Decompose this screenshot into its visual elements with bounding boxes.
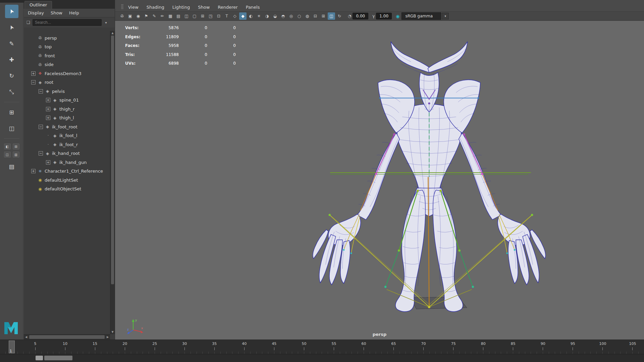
character-model-wireframe[interactable] xyxy=(306,33,555,318)
expander-toggle[interactable] xyxy=(31,45,36,49)
viewport-toolbar-icon[interactable]: ☀ xyxy=(255,12,263,20)
tree-item[interactable]: − ◈ pelvis xyxy=(24,87,110,96)
viewport-toolbar-icon[interactable]: ⚑ xyxy=(143,12,150,20)
viewport-toolbar-icon[interactable]: T xyxy=(223,12,230,20)
tool-button[interactable]: ⊞ xyxy=(5,106,18,119)
viewport-toolbar-icon[interactable]: ▢ xyxy=(191,12,198,20)
outliner-vertical-scrollbar[interactable]: ▲ ▼ xyxy=(110,31,115,334)
layout-shortcut-button[interactable]: ◫ xyxy=(4,152,11,158)
layout-shortcut-button[interactable]: ⊞ xyxy=(13,143,19,149)
expander-toggle[interactable]: + xyxy=(31,169,36,173)
range-bar-handle[interactable] xyxy=(44,356,72,360)
scroll-down-icon[interactable]: ▼ xyxy=(110,330,115,334)
tool-button[interactable]: ⤡ xyxy=(5,85,18,99)
tool-button[interactable]: ✚ xyxy=(5,53,18,66)
viewport-toolbar-icon[interactable]: ◑ xyxy=(263,12,271,20)
layout-shortcut-button[interactable]: ◧ xyxy=(4,143,11,149)
viewport-toolbar-icon[interactable]: ◐ xyxy=(247,12,255,20)
tool-button[interactable]: ◫ xyxy=(5,122,18,135)
viewport-toolbar-icon[interactable]: ▣ xyxy=(126,12,134,20)
menu-view[interactable]: View xyxy=(128,5,139,10)
viewport-toolbar-icon[interactable]: ⊞ xyxy=(199,12,206,20)
layout-shortcut-button[interactable]: ▥ xyxy=(13,152,19,158)
viewport-toolbar-icon[interactable]: ⊟ xyxy=(312,12,319,20)
expander-toggle[interactable]: + xyxy=(46,116,50,120)
expander-toggle[interactable]: + xyxy=(46,107,50,111)
range-slider[interactable] xyxy=(0,354,644,362)
tree-item[interactable]: − ◈ ik_hand_root xyxy=(24,149,110,158)
search-options-chevron-icon[interactable]: ▾ xyxy=(103,21,109,24)
outliner-menu-item[interactable]: Display xyxy=(28,10,44,15)
viewport-toolbar-icon[interactable]: ✇ xyxy=(118,12,126,20)
tree-item[interactable]: ✇ side xyxy=(24,60,110,69)
expander-toggle[interactable] xyxy=(31,54,36,58)
tab-outliner[interactable]: Outliner xyxy=(24,1,52,9)
expander-toggle[interactable]: + xyxy=(31,71,36,76)
viewport-toolbar-icon[interactable]: ↻ xyxy=(336,12,343,20)
scroll-up-icon[interactable]: ▲ xyxy=(110,31,115,35)
menu-renderer[interactable]: Renderer xyxy=(218,5,237,10)
exposure-icon[interactable]: ◔ xyxy=(348,14,351,18)
outliner-menu-item[interactable]: Help xyxy=(69,10,79,15)
menu-panels[interactable]: Panels xyxy=(246,5,260,10)
tree-item[interactable]: ◉ defaultObjectSet xyxy=(24,185,110,194)
expander-toggle[interactable]: · xyxy=(46,142,50,147)
viewport-toolbar-icon[interactable]: ◇ xyxy=(231,12,238,20)
viewport-toolbar-icon[interactable]: ○ xyxy=(296,12,303,20)
color-management-icon[interactable]: ◉ xyxy=(396,14,399,19)
tool-button[interactable]: ✎ xyxy=(5,37,18,50)
viewport-toolbar-icon[interactable]: ⊞ xyxy=(320,12,327,20)
outliner-menu-item[interactable]: Show xyxy=(51,10,62,15)
tree-item[interactable]: ✇ persp xyxy=(24,34,110,43)
expander-toggle[interactable]: − xyxy=(39,125,43,129)
viewport-toolbar-icon[interactable]: ◫ xyxy=(328,12,335,20)
expander-toggle[interactable]: · xyxy=(46,133,50,138)
tree-item[interactable]: + ◈ thigh_l xyxy=(24,114,110,123)
tree-item[interactable]: − ◈ root xyxy=(24,78,110,87)
scroll-left-icon[interactable]: ◀ xyxy=(24,335,29,340)
expander-toggle[interactable]: − xyxy=(31,80,36,84)
tool-button[interactable]: ➤ xyxy=(5,5,18,18)
expander-toggle[interactable]: − xyxy=(39,89,43,94)
tree-item[interactable]: + ◈ spine_01 xyxy=(24,96,110,105)
viewport-toolbar-icon[interactable]: ◫ xyxy=(183,12,190,20)
viewport-toolbar-icon[interactable]: ◍ xyxy=(304,12,311,20)
viewport-toolbar-icon[interactable]: ✎ xyxy=(151,12,158,20)
viewport-toolbar-icon[interactable]: ◳ xyxy=(207,12,214,20)
current-time-indicator[interactable]: 1 xyxy=(9,341,15,353)
time-slider[interactable]: 5 10 15 20 25 xyxy=(0,340,644,354)
expander-toggle[interactable]: + xyxy=(46,98,50,102)
tree-item[interactable]: − ◈ ik_foot_root xyxy=(24,122,110,131)
viewport-toolbar-icon[interactable]: ◎ xyxy=(287,12,295,20)
expander-toggle[interactable] xyxy=(31,178,36,182)
viewport-toolbar-icon[interactable]: ▦ xyxy=(167,12,174,20)
panel-grip-icon[interactable] xyxy=(121,4,123,10)
expander-toggle[interactable] xyxy=(31,36,36,40)
scroll-right-icon[interactable]: ▶ xyxy=(105,335,110,340)
expander-toggle[interactable] xyxy=(31,187,36,191)
search-input[interactable] xyxy=(33,19,102,26)
tool-button[interactable]: ➤ xyxy=(5,21,18,34)
exposure-value[interactable]: 0.00 xyxy=(353,13,368,19)
tree-item[interactable]: + ◈ thigh_r xyxy=(24,105,110,114)
range-start-handle[interactable] xyxy=(36,356,43,360)
gamma-value[interactable]: 1.00 xyxy=(376,13,392,19)
tree-item[interactable]: + ◈ ik_hand_gun xyxy=(24,158,110,167)
viewport-toolbar-icon[interactable]: ◓ xyxy=(279,12,287,20)
view-transform-value[interactable]: sRGB gamma xyxy=(401,12,441,20)
viewport-toolbar-icon[interactable]: ✏ xyxy=(159,12,166,20)
outliner-horizontal-scrollbar[interactable]: ◀ ▶ xyxy=(24,334,110,340)
viewport-toolbar-icon[interactable]: ◉ xyxy=(135,12,142,20)
tree-item[interactable]: ✇ front xyxy=(24,51,110,60)
expander-toggle[interactable] xyxy=(31,62,36,67)
expander-toggle[interactable]: − xyxy=(39,151,43,156)
expander-toggle[interactable]: + xyxy=(46,160,50,165)
tree-item[interactable]: · ◈ ik_foot_r xyxy=(24,140,110,149)
tree-item[interactable]: ✇ top xyxy=(24,43,110,52)
tool-button[interactable]: ↻ xyxy=(5,69,18,82)
menu-shading[interactable]: Shading xyxy=(147,5,164,10)
tree-item[interactable]: ◉ defaultLightSet xyxy=(24,176,110,185)
panel-list-button[interactable]: ▤ xyxy=(7,162,17,171)
viewport-toolbar-icon[interactable]: ▤ xyxy=(175,12,182,20)
viewport-toolbar-icon[interactable]: ◒ xyxy=(271,12,279,20)
